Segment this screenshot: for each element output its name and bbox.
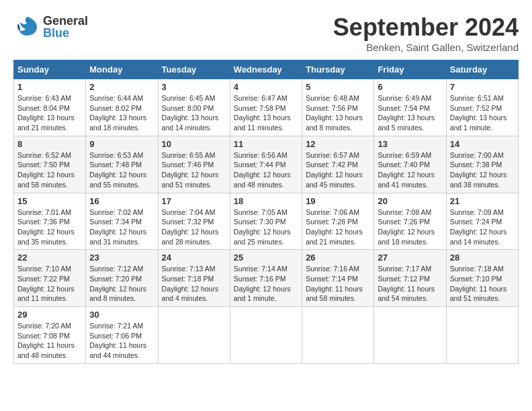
table-row: 13Sunrise: 6:59 AMSunset: 7:40 PMDayligh…	[374, 136, 446, 193]
table-row: 18Sunrise: 7:05 AMSunset: 7:30 PMDayligh…	[230, 193, 302, 250]
day-number: 24	[162, 253, 226, 263]
table-row: 19Sunrise: 7:06 AMSunset: 7:28 PMDayligh…	[302, 193, 374, 250]
table-row: 9Sunrise: 6:53 AMSunset: 7:48 PMDaylight…	[86, 136, 158, 193]
table-row: 22Sunrise: 7:10 AMSunset: 7:22 PMDayligh…	[14, 250, 86, 307]
table-row: 3Sunrise: 6:45 AMSunset: 8:00 PMDaylight…	[158, 79, 230, 136]
month-title: September 2024	[333, 13, 519, 42]
day-number: 5	[306, 82, 370, 92]
day-info: Sunrise: 6:52 AMSunset: 7:50 PMDaylight:…	[17, 150, 82, 190]
table-row: 14Sunrise: 7:00 AMSunset: 7:38 PMDayligh…	[446, 136, 518, 193]
day-number: 22	[17, 253, 82, 263]
day-info: Sunrise: 6:43 AMSunset: 8:04 PMDaylight:…	[17, 93, 82, 133]
day-number: 23	[89, 253, 154, 263]
day-number: 7	[450, 82, 515, 92]
day-info: Sunrise: 7:06 AMSunset: 7:28 PMDaylight:…	[306, 208, 370, 247]
day-info: Sunrise: 7:20 AMSunset: 7:08 PMDaylight:…	[17, 321, 82, 361]
day-info: Sunrise: 7:14 AMSunset: 7:16 PMDaylight:…	[234, 264, 298, 304]
logo-text: General Blue	[43, 15, 88, 39]
table-row: 20Sunrise: 7:08 AMSunset: 7:26 PMDayligh…	[374, 193, 446, 250]
day-info: Sunrise: 7:04 AMSunset: 7:32 PMDaylight:…	[162, 208, 226, 247]
day-number: 3	[162, 82, 226, 92]
col-wednesday: Wednesday	[230, 60, 302, 79]
day-number: 10	[162, 139, 226, 149]
day-number: 21	[450, 196, 515, 206]
location-title: Benken, Saint Gallen, Switzerland	[333, 42, 519, 53]
day-number: 16	[89, 196, 154, 206]
logo: General Blue	[13, 13, 88, 40]
table-row	[230, 307, 302, 364]
day-info: Sunrise: 7:21 AMSunset: 7:06 PMDaylight:…	[89, 321, 154, 361]
table-row: 24Sunrise: 7:13 AMSunset: 7:18 PMDayligh…	[158, 250, 230, 307]
table-row: 17Sunrise: 7:04 AMSunset: 7:32 PMDayligh…	[158, 193, 230, 250]
logo-general: General	[43, 15, 88, 27]
day-info: Sunrise: 7:13 AMSunset: 7:18 PMDaylight:…	[162, 264, 226, 304]
day-number: 20	[378, 196, 442, 206]
day-number: 12	[306, 139, 370, 149]
day-info: Sunrise: 7:16 AMSunset: 7:14 PMDaylight:…	[306, 264, 370, 304]
day-number: 29	[17, 310, 82, 320]
table-row	[158, 307, 230, 364]
day-number: 27	[378, 253, 442, 263]
col-saturday: Saturday	[446, 60, 518, 79]
day-number: 30	[89, 310, 154, 320]
table-row: 23Sunrise: 7:12 AMSunset: 7:20 PMDayligh…	[86, 250, 158, 307]
table-row: 5Sunrise: 6:48 AMSunset: 7:56 PMDaylight…	[302, 79, 374, 136]
table-row: 21Sunrise: 7:09 AMSunset: 7:24 PMDayligh…	[446, 193, 518, 250]
day-info: Sunrise: 7:10 AMSunset: 7:22 PMDaylight:…	[17, 264, 82, 304]
table-row: 2Sunrise: 6:44 AMSunset: 8:02 PMDaylight…	[86, 79, 158, 136]
day-number: 11	[234, 139, 298, 149]
table-row: 8Sunrise: 6:52 AMSunset: 7:50 PMDaylight…	[14, 136, 86, 193]
table-row: 25Sunrise: 7:14 AMSunset: 7:16 PMDayligh…	[230, 250, 302, 307]
day-number: 19	[306, 196, 370, 206]
day-info: Sunrise: 7:00 AMSunset: 7:38 PMDaylight:…	[450, 150, 515, 190]
day-info: Sunrise: 6:56 AMSunset: 7:44 PMDaylight:…	[234, 150, 298, 190]
table-row: 15Sunrise: 7:01 AMSunset: 7:36 PMDayligh…	[14, 193, 86, 250]
day-info: Sunrise: 6:57 AMSunset: 7:42 PMDaylight:…	[306, 150, 370, 190]
day-info: Sunrise: 7:17 AMSunset: 7:12 PMDaylight:…	[378, 264, 442, 304]
table-row: 10Sunrise: 6:55 AMSunset: 7:46 PMDayligh…	[158, 136, 230, 193]
table-row: 1Sunrise: 6:43 AMSunset: 8:04 PMDaylight…	[14, 79, 86, 136]
table-row: 16Sunrise: 7:02 AMSunset: 7:34 PMDayligh…	[86, 193, 158, 250]
table-row: 11Sunrise: 6:56 AMSunset: 7:44 PMDayligh…	[230, 136, 302, 193]
day-number: 15	[17, 196, 82, 206]
day-number: 2	[89, 82, 154, 92]
day-info: Sunrise: 6:44 AMSunset: 8:02 PMDaylight:…	[89, 93, 154, 133]
day-info: Sunrise: 6:55 AMSunset: 7:46 PMDaylight:…	[162, 150, 226, 190]
table-row: 4Sunrise: 6:47 AMSunset: 7:58 PMDaylight…	[230, 79, 302, 136]
day-info: Sunrise: 7:12 AMSunset: 7:20 PMDaylight:…	[89, 264, 154, 304]
table-row: 27Sunrise: 7:17 AMSunset: 7:12 PMDayligh…	[374, 250, 446, 307]
day-info: Sunrise: 6:48 AMSunset: 7:56 PMDaylight:…	[306, 93, 370, 133]
day-info: Sunrise: 6:59 AMSunset: 7:40 PMDaylight:…	[378, 150, 442, 190]
calendar-week-3: 15Sunrise: 7:01 AMSunset: 7:36 PMDayligh…	[14, 193, 519, 250]
table-row: 6Sunrise: 6:49 AMSunset: 7:54 PMDaylight…	[374, 79, 446, 136]
day-info: Sunrise: 6:49 AMSunset: 7:54 PMDaylight:…	[378, 93, 442, 133]
table-row	[446, 307, 518, 364]
day-info: Sunrise: 7:08 AMSunset: 7:26 PMDaylight:…	[378, 208, 442, 247]
day-number: 28	[450, 253, 515, 263]
day-number: 18	[234, 196, 298, 206]
day-info: Sunrise: 6:53 AMSunset: 7:48 PMDaylight:…	[89, 150, 154, 190]
day-number: 6	[378, 82, 442, 92]
day-number: 26	[306, 253, 370, 263]
calendar-table: Sunday Monday Tuesday Wednesday Thursday…	[13, 60, 519, 364]
title-area: September 2024 Benken, Saint Gallen, Swi…	[333, 13, 519, 53]
col-thursday: Thursday	[302, 60, 374, 79]
calendar-week-1: 1Sunrise: 6:43 AMSunset: 8:04 PMDaylight…	[14, 79, 519, 136]
day-number: 25	[234, 253, 298, 263]
col-sunday: Sunday	[14, 60, 86, 79]
day-number: 17	[162, 196, 226, 206]
col-monday: Monday	[86, 60, 158, 79]
day-number: 14	[450, 139, 515, 149]
calendar-week-4: 22Sunrise: 7:10 AMSunset: 7:22 PMDayligh…	[14, 250, 519, 307]
day-number: 9	[89, 139, 154, 149]
table-row	[302, 307, 374, 364]
day-info: Sunrise: 7:18 AMSunset: 7:10 PMDaylight:…	[450, 264, 515, 304]
day-info: Sunrise: 7:02 AMSunset: 7:34 PMDaylight:…	[89, 208, 154, 247]
column-headers: Sunday Monday Tuesday Wednesday Thursday…	[14, 60, 519, 79]
table-row	[374, 307, 446, 364]
day-info: Sunrise: 6:51 AMSunset: 7:52 PMDaylight:…	[450, 93, 515, 133]
logo-blue: Blue	[43, 27, 88, 39]
day-info: Sunrise: 7:01 AMSunset: 7:36 PMDaylight:…	[17, 208, 82, 247]
logo-bird-icon	[13, 13, 40, 40]
day-number: 8	[17, 139, 82, 149]
